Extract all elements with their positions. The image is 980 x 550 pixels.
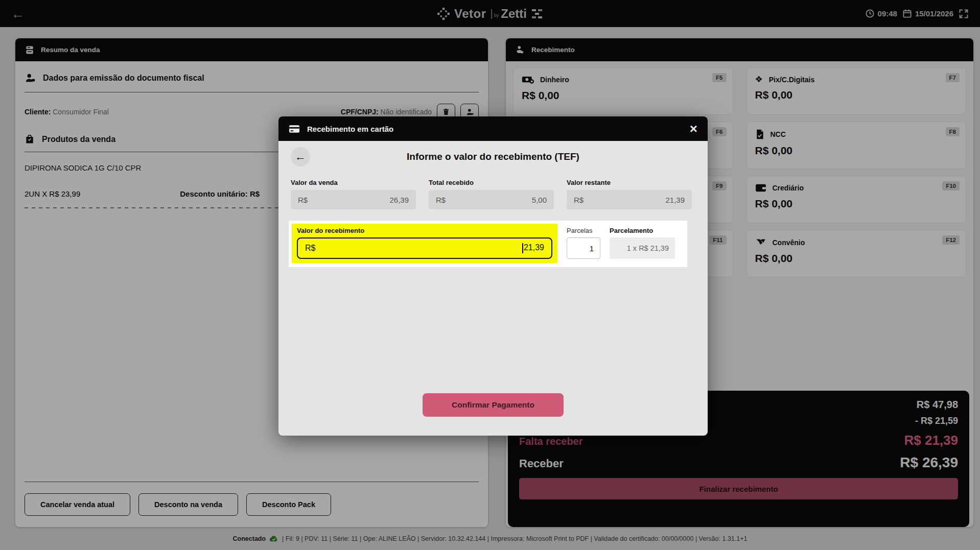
close-icon[interactable]: × [690, 122, 697, 135]
modal-back-button[interactable]: ← [291, 147, 310, 166]
modal-header: Recebimento em cartão × [278, 116, 708, 141]
confirm-payment-button[interactable]: Confirmar Pagamento [423, 393, 564, 417]
card-payment-modal: Recebimento em cartão × ← Informe o valo… [278, 116, 708, 436]
parcelamento-value: 1 x R$ 21,39 [610, 237, 675, 259]
total-recebido-value: 5,00 [532, 196, 547, 204]
total-recebido-input: R$ 5,00 [429, 190, 554, 209]
valor-venda-label: Valor da venda [291, 179, 416, 186]
valor-venda-field: Valor da venda R$ 26,39 [291, 179, 416, 209]
parcelas-input[interactable]: 1 [567, 237, 600, 259]
parcelas-label: Parcelas [567, 227, 600, 234]
currency-prefix: R$ [305, 244, 315, 253]
modal-title: Recebimento em cartão [307, 125, 393, 133]
valor-restante-label: Valor restante [567, 179, 692, 186]
valor-venda-value: 26,39 [389, 196, 409, 204]
receipt-value-row: Valor do recebimento R$ 21,39 Parcelas 1… [289, 221, 687, 267]
valor-restante-input: R$ 21,39 [567, 190, 692, 209]
valor-recebimento-label: Valor do recebimento [297, 227, 552, 234]
valor-recebimento-value: 21,39 [522, 243, 544, 253]
currency-prefix: R$ [574, 196, 584, 204]
parcelamento-field: Parcelamento 1 x R$ 21,39 [610, 224, 675, 259]
credit-card-icon [289, 125, 300, 133]
currency-prefix: R$ [298, 196, 308, 204]
total-recebido-label: Total recebido [429, 179, 554, 186]
modal-subtitle: Informe o valor do recebimento (TEF) [278, 151, 708, 162]
valor-venda-input: R$ 26,39 [291, 190, 416, 209]
currency-prefix: R$ [436, 196, 446, 204]
valor-restante-field: Valor restante R$ 21,39 [567, 179, 692, 209]
total-recebido-field: Total recebido R$ 5,00 [429, 179, 554, 209]
valor-restante-value: 21,39 [665, 196, 685, 204]
valor-recebimento-input[interactable]: R$ 21,39 [297, 237, 552, 259]
parcelas-field: Parcelas 1 [567, 224, 600, 259]
valor-recebimento-field: Valor do recebimento R$ 21,39 [292, 224, 557, 263]
text-cursor [522, 243, 523, 253]
parcelamento-label: Parcelamento [610, 227, 675, 234]
